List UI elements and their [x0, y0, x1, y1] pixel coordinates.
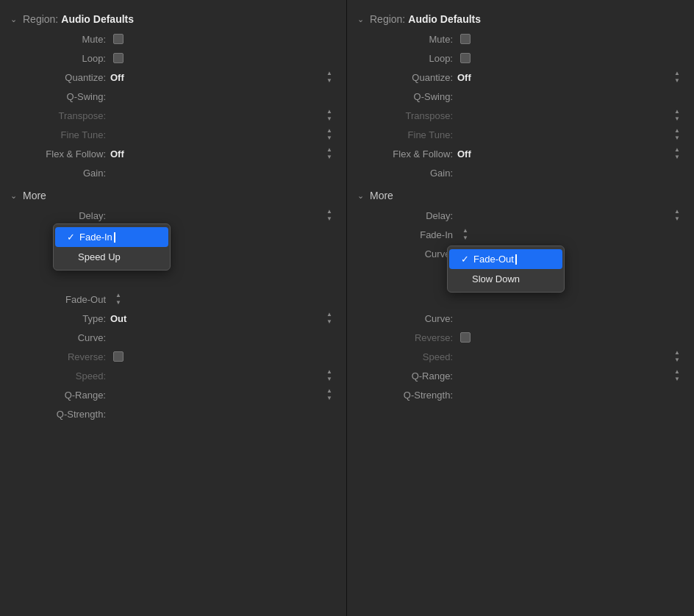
left-curve-row: Curve:	[0, 328, 346, 347]
left-loop-checkbox[interactable]	[113, 53, 124, 63]
right-fadeout-dropdown[interactable]: ✓ Fade-Out ✓ Slow Down	[447, 246, 565, 293]
left-fadeout-down[interactable]: ▼	[113, 299, 124, 307]
right-qrange-down[interactable]: ▼	[672, 376, 682, 383]
left-curve-label: Curve:	[10, 332, 106, 343]
right-qrange-up[interactable]: ▲	[672, 368, 682, 376]
left-fadein-option-speedup[interactable]: ✓ Speed Up	[54, 247, 170, 267]
left-speed-stepper[interactable]: ▲ ▼	[324, 368, 335, 383]
left-flex-label: Flex & Follow:	[10, 148, 106, 160]
right-delay-up[interactable]: ▲	[672, 208, 682, 215]
right-finetune-down[interactable]: ▼	[672, 135, 682, 142]
right-loop-label: Loop:	[357, 53, 453, 64]
right-fadein-down[interactable]: ▼	[460, 234, 471, 242]
left-quantize-value: Off	[110, 72, 124, 83]
left-delay-down[interactable]: ▼	[324, 215, 335, 223]
right-transpose-label: Transpose:	[357, 110, 453, 121]
left-flex-down[interactable]: ▼	[324, 154, 335, 161]
right-finetune-stepper[interactable]: ▲ ▼	[672, 127, 682, 142]
left-fadein-row: ✓ Fade-In ✓ Speed Up	[0, 226, 346, 246]
right-speed-stepper[interactable]: ▲ ▼	[672, 349, 682, 364]
right-fadeout-option-fadeout[interactable]: ✓ Fade-Out	[449, 249, 562, 269]
left-delay-stepper[interactable]: ▲ ▼	[324, 208, 335, 223]
right-curve-row-label: Curve:	[357, 248, 453, 259]
right-fadein-label: Fade-In	[357, 229, 453, 240]
left-qrange-down[interactable]: ▼	[324, 395, 335, 402]
right-qrange-stepper[interactable]: ▲ ▼	[672, 368, 682, 383]
left-finetune-up[interactable]: ▲	[324, 127, 335, 135]
right-flex-stepper[interactable]: ▲ ▼	[672, 146, 682, 161]
right-more-header[interactable]: ⌄ More	[347, 185, 694, 206]
left-finetune-down[interactable]: ▼	[324, 135, 335, 142]
left-transpose-stepper[interactable]: ▲ ▼	[324, 108, 335, 123]
left-speed-down[interactable]: ▼	[324, 376, 335, 383]
left-quantize-label: Quantize:	[10, 72, 106, 83]
left-quantize-up[interactable]: ▲	[324, 70, 335, 77]
right-quantize-up[interactable]: ▲	[672, 70, 682, 77]
left-type-down[interactable]: ▼	[324, 318, 335, 326]
right-quantize-value: Off	[457, 72, 471, 83]
right-region-header: ⌄ Region: Audio Defaults	[347, 9, 694, 29]
left-fadein-option-fadein[interactable]: ✓ Fade-In	[55, 227, 168, 247]
left-type-stepper[interactable]: ▲ ▼	[324, 311, 335, 326]
left-mute-label: Mute:	[10, 34, 106, 45]
right-fadein-up[interactable]: ▲	[460, 227, 471, 234]
right-more-label: More	[370, 190, 393, 201]
right-region-chevron[interactable]: ⌄	[357, 15, 364, 24]
left-flex-up[interactable]: ▲	[324, 146, 335, 154]
left-flex-stepper[interactable]: ▲ ▼	[324, 146, 335, 161]
right-quantize-stepper[interactable]: ▲ ▼	[672, 70, 682, 85]
left-fadein-dropdown[interactable]: ✓ Fade-In ✓ Speed Up	[53, 223, 171, 271]
left-delay-up[interactable]: ▲	[324, 208, 335, 215]
right-fadein-stepper[interactable]: ▲ ▼	[460, 227, 471, 242]
left-mute-checkbox[interactable]	[113, 34, 124, 44]
right-delay-stepper[interactable]: ▲ ▼	[672, 208, 682, 223]
right-transpose-up[interactable]: ▲	[672, 108, 682, 115]
right-speed-down[interactable]: ▼	[672, 357, 682, 364]
left-region-label: Region:	[23, 13, 58, 25]
left-transpose-up[interactable]: ▲	[324, 108, 335, 115]
right-flex-value: Off	[457, 148, 471, 160]
right-reverse-label: Reverse:	[357, 332, 453, 343]
left-flex-row: Flex & Follow: Off ▲ ▼	[0, 144, 346, 163]
left-more-header[interactable]: ⌄ More	[0, 185, 346, 206]
left-mute-row: Mute:	[0, 29, 346, 49]
right-flex-up[interactable]: ▲	[672, 146, 682, 154]
right-more-chevron[interactable]: ⌄	[357, 191, 364, 201]
left-loop-row: Loop:	[0, 49, 346, 68]
right-region-label: Region:	[370, 13, 405, 25]
left-quantize-down[interactable]: ▼	[324, 77, 335, 85]
right-quantize-row: Quantize: Off ▲ ▼	[347, 68, 694, 87]
left-fadeout-stepper[interactable]: ▲ ▼	[113, 292, 124, 307]
right-reverse-checkbox[interactable]	[460, 332, 471, 343]
left-type-up[interactable]: ▲	[324, 311, 335, 318]
left-quantize-stepper[interactable]: ▲ ▼	[324, 70, 335, 85]
cursor	[114, 232, 115, 243]
right-mute-checkbox[interactable]	[460, 34, 471, 44]
right-delay-down[interactable]: ▼	[672, 215, 682, 223]
left-fadeout-up[interactable]: ▲	[113, 292, 124, 299]
right-speed-up[interactable]: ▲	[672, 349, 682, 357]
left-qrange-up[interactable]: ▲	[324, 387, 335, 395]
right-qrange-row: Q-Range: ▲ ▼	[347, 366, 694, 385]
left-speed-up[interactable]: ▲	[324, 368, 335, 376]
right-reverse-row: Reverse:	[347, 328, 694, 347]
right-loop-checkbox[interactable]	[460, 53, 471, 63]
right-mute-label: Mute:	[357, 34, 453, 45]
left-finetune-stepper[interactable]: ▲ ▼	[324, 127, 335, 142]
right-finetune-up[interactable]: ▲	[672, 127, 682, 135]
right-fadeout-option-slowdown[interactable]: ✓ Slow Down	[448, 269, 564, 289]
left-reverse-checkbox[interactable]	[113, 351, 124, 362]
left-more-chevron[interactable]: ⌄	[10, 191, 17, 201]
left-transpose-down[interactable]: ▼	[324, 115, 335, 123]
right-fadeout-option-fadeout-label: Fade-Out	[473, 254, 514, 265]
left-qrange-stepper[interactable]: ▲ ▼	[324, 387, 335, 402]
right-flex-down[interactable]: ▼	[672, 154, 682, 161]
right-quantize-down[interactable]: ▼	[672, 77, 682, 85]
right-transpose-stepper[interactable]: ▲ ▼	[672, 108, 682, 123]
right-curve2-label: Curve:	[357, 313, 453, 324]
left-qstrength-label: Q-Strength:	[10, 409, 106, 420]
left-transpose-label: Transpose:	[10, 110, 106, 121]
left-region-chevron[interactable]: ⌄	[10, 15, 17, 24]
right-transpose-down[interactable]: ▼	[672, 115, 682, 123]
left-reverse-label: Reverse:	[10, 351, 106, 362]
